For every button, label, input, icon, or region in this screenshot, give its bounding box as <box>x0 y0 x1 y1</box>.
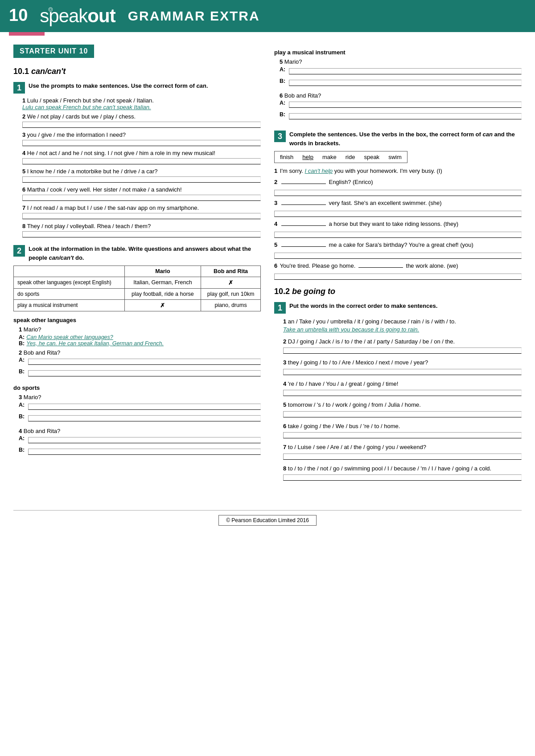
qa-answer-a: Can Mario speak other languages? <box>26 334 113 340</box>
exercise-1-header: 1 Use the prompts to make sentences. Use… <box>13 82 261 94</box>
word-box: finish help make ride speak swim <box>274 151 407 163</box>
item-text: a horse but they want to take riding les… <box>280 221 458 227</box>
qa-line-a: A: <box>19 435 261 447</box>
item-text: English? (Enrico) <box>280 179 373 185</box>
exercise-102-number: 1 <box>274 302 286 314</box>
qa-line-b: B: <box>280 78 522 90</box>
list-item: 2 We / not play / cards but we / play / … <box>13 113 261 128</box>
qa-line-b: B: <box>19 368 261 380</box>
item-text: 1 Mario? <box>19 325 261 334</box>
item-text: 5 tomorrow / 's / to / work / going / fr… <box>283 400 522 409</box>
item-number: 5 <box>274 241 277 248</box>
list-item: 3 you / give / me the information I need… <box>13 131 261 146</box>
header-subtitle: GRAMMAR EXTRA <box>128 8 260 24</box>
qa-line-a: A: <box>19 357 261 368</box>
item-text: Martha / cook / very well. Her sister / … <box>27 186 182 193</box>
item-text: 7 to / Luise / see / Are / at / the / go… <box>283 443 522 452</box>
list-item: 7 I / not read / a map but I / use / the… <box>13 204 261 219</box>
copyright-box: © Pearson Education Limited 2016 <box>218 515 317 526</box>
item-text: 2 Bob and Rita? <box>19 348 261 357</box>
copyright-text: © Pearson Education Limited 2016 <box>226 517 309 523</box>
answer-line <box>289 68 522 74</box>
qa-label-b: B: <box>19 368 25 375</box>
exercise-1: 1 Use the prompts to make sentences. Use… <box>13 82 261 237</box>
table-row: speak other languages (except English) I… <box>14 277 261 289</box>
subsection-speak-label: speak other languages <box>13 317 261 323</box>
item-text: 2 DJ / going / Jack / is / to / the / at… <box>283 337 522 346</box>
answer-line <box>283 347 522 354</box>
right-column: play a musical instrument 5 Mario? A: B:… <box>274 45 522 488</box>
answer-line <box>283 432 522 438</box>
table-cell: do sports <box>14 289 125 300</box>
list-item: 1 Lulu / speak / French but she / not sp… <box>13 97 261 110</box>
blank-field <box>281 225 326 226</box>
answer-line <box>274 190 522 196</box>
page-footer: © Pearson Education Limited 2016 <box>13 510 522 530</box>
table-cell: play a musical instrument <box>14 300 125 311</box>
answer-line <box>28 437 261 443</box>
word-speak: speak <box>364 154 379 160</box>
exercise-3: 3 Complete the sentences. Use the verbs … <box>274 130 522 280</box>
section-102: 10.2 be going to 1 Put the words in the … <box>274 287 522 481</box>
list-item: 4 He / not act / and he / not sing. I / … <box>13 150 261 164</box>
answer-line <box>22 231 261 237</box>
item-number: 7 <box>22 204 25 211</box>
can-table: Mario Bob and Rita speak other languages… <box>13 266 261 311</box>
item-number: 8 <box>22 223 25 229</box>
exercise-2-number: 2 <box>13 245 25 257</box>
table-cell: play football, ride a horse <box>124 289 201 300</box>
qa-line-a: A: <box>280 66 522 78</box>
qa-pair: 3 Mario? A: B: <box>13 393 261 425</box>
section-101-title: 10.1 can/can't <box>13 67 261 76</box>
answer-line <box>274 253 522 259</box>
qa-label-a: A: <box>19 357 25 363</box>
item-text: I / not read / a map but I / use / the s… <box>27 204 199 211</box>
answer-line <box>289 102 522 108</box>
item-number: 6 <box>22 186 25 193</box>
list-item: 6 You're tired. Please go home. the work… <box>274 262 522 269</box>
table-row: do sports play football, ride a horse pl… <box>14 289 261 300</box>
list-item: 4 're / to / have / You / a / great / go… <box>274 380 522 396</box>
qa-line-a: A: <box>19 402 261 413</box>
list-item: 5 tomorrow / 's / to / work / going / fr… <box>274 400 522 417</box>
qa-label-a: A: <box>19 435 25 441</box>
item-number: 1 <box>22 97 25 104</box>
word-make: make <box>322 154 337 160</box>
answer-line <box>274 211 522 217</box>
answer-line <box>289 113 522 119</box>
item-text: They / not play / volleyball. Rhea / tea… <box>27 223 151 229</box>
item-number: 6 <box>274 262 277 269</box>
list-item: 2 DJ / going / Jack / is / to / the / at… <box>274 337 522 354</box>
section-102-title: 10.2 be going to <box>274 287 522 296</box>
answer-line <box>22 140 261 146</box>
blank-field <box>281 246 326 247</box>
list-item: 1 I'm sorry. I can't help you with your … <box>274 168 522 174</box>
answer-line <box>28 370 261 376</box>
word-swim: swim <box>388 154 402 160</box>
starter-banner: STARTER UNIT 10 <box>13 45 94 58</box>
item-text: 3 they / going / to / to / Are / Mexico … <box>283 358 522 367</box>
qa-label-a: A: <box>19 334 25 340</box>
qa-label-b: B: <box>19 413 25 420</box>
left-column: STARTER UNIT 10 10.1 can/can't 1 Use the… <box>13 45 261 488</box>
item-text: I know he / ride / a motorbike but he / … <box>27 168 158 175</box>
qa-label-a: A: <box>280 66 285 73</box>
item-number: 2 <box>22 113 25 120</box>
list-item: 8 to / to / the / not / go / swimming po… <box>274 464 522 481</box>
answer-line <box>22 122 261 128</box>
list-item: 1 an / Take / you / umbrella / it / goin… <box>274 317 522 333</box>
list-item: 7 to / Luise / see / Are / at / the / go… <box>274 443 522 460</box>
list-item: 5 I know he / ride / a motorbike but he … <box>13 168 261 183</box>
list-item: 8 They / not play / volleyball. Rhea / t… <box>13 223 261 237</box>
table-cell: piano, drums <box>201 300 261 311</box>
answer-line <box>22 158 261 164</box>
item-number: 4 <box>274 221 277 227</box>
table-header-mario: Mario <box>124 266 201 277</box>
table-cell: play golf, run 10km <box>201 289 261 300</box>
logo-speak: speak <box>40 5 87 27</box>
item-text: 5 Mario? <box>280 57 522 66</box>
word-finish: finish <box>280 154 293 160</box>
qa-pair: 2 Bob and Rita? A: B: <box>13 348 261 380</box>
item-number: 1 <box>274 168 277 174</box>
example-answer: Lulu can speak French but she can't spea… <box>22 104 151 110</box>
